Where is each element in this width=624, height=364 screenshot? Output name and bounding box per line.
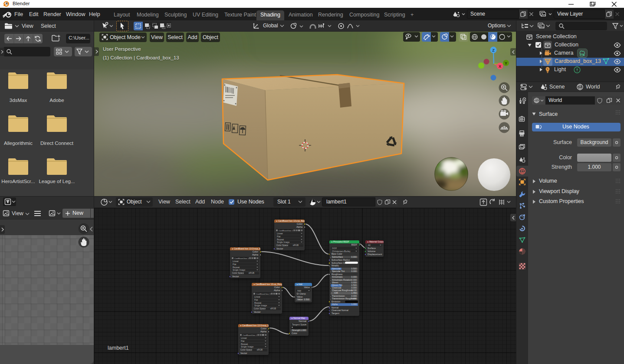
- svg-text:Y: Y: [505, 61, 507, 66]
- svg-text:Z: Z: [492, 48, 495, 52]
- svg-text:X: X: [499, 64, 501, 69]
- svg-text:CardBoard box 13...: CardBoard box 13...: [256, 293, 273, 295]
- svg-text:CardBoard box 1...: CardBoard box 1...: [279, 230, 295, 232]
- svg-text:CardBoard box 1...: CardBoard box 1...: [243, 334, 259, 336]
- svg-text:CardBoard box 13...: CardBoard box 13...: [234, 257, 251, 259]
